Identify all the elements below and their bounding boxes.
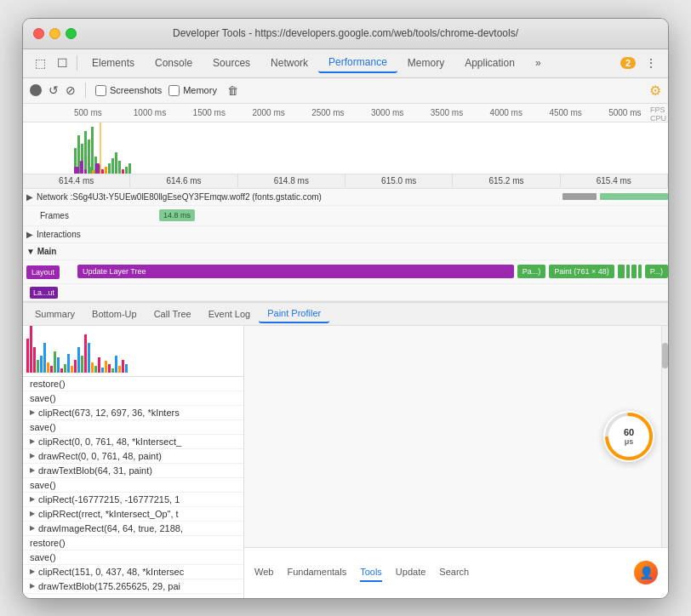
tab-memory[interactable]: Memory (397, 54, 454, 72)
tab-network[interactable]: Network (260, 54, 318, 72)
cpu-bar (88, 167, 91, 174)
small-paint-4[interactable] (638, 265, 642, 278)
tab-more[interactable]: » (525, 54, 551, 72)
cursor-icon[interactable]: ⬚ (30, 53, 50, 73)
frame-time: 14.8 ms (159, 209, 195, 221)
cmd-10[interactable]: drawImageRect(64, 64, true, 2188, (23, 522, 243, 536)
mini-bar (67, 354, 70, 373)
cmd-6[interactable]: drawTextBlob(64, 31, paint) (23, 464, 243, 478)
small-paint-3[interactable] (631, 265, 637, 278)
cmd-13[interactable]: clipRect(151, 0, 437, 48, *kIntersec (23, 565, 243, 579)
ruler-label-2: 1500 ms (193, 108, 253, 117)
screenshots-checkbox[interactable]: Screenshots (95, 85, 162, 96)
inspect-icon[interactable]: ☐ (52, 53, 72, 73)
browser-tab-search[interactable]: Search (439, 563, 469, 582)
settings-icon[interactable]: ⚙ (649, 83, 661, 99)
tab-paint-profiler[interactable]: Paint Profiler (259, 305, 329, 323)
browser-tab-update[interactable]: Update (396, 563, 425, 582)
tab-console[interactable]: Console (145, 54, 203, 72)
cmd-4[interactable]: clipRect(0, 0, 761, 48, *kIntersect_ (23, 435, 243, 449)
mini-bar (74, 360, 77, 373)
cpu-bars (74, 157, 668, 174)
nav-tabs: Elements Console Sources Network Perform… (82, 53, 619, 73)
paint-big-block[interactable]: Paint (761 × 48) (549, 265, 614, 278)
tab-summary[interactable]: Summary (26, 305, 83, 322)
flame-row-layout2: La...ut (23, 284, 668, 301)
user-avatar[interactable]: 👤 (634, 561, 658, 585)
cmd-3[interactable]: save() (23, 420, 243, 435)
minimize-button[interactable] (49, 28, 60, 39)
cmd-1[interactable]: save() (23, 391, 243, 406)
ruler-label-6: 3500 ms (431, 108, 490, 117)
paint-p-block[interactable]: P...) (645, 265, 668, 278)
scrollbar-thumb[interactable] (662, 343, 668, 368)
browser-tab-fundamentals[interactable]: Fundamentals (287, 563, 346, 582)
warning-badge: 2 (620, 57, 636, 69)
mini-bar (26, 339, 29, 373)
paint-pa-block[interactable]: Pa...) (517, 265, 546, 278)
tab-performance[interactable]: Performance (318, 53, 397, 73)
tab-event-log[interactable]: Event Log (200, 305, 260, 322)
layout-block[interactable]: Layout (26, 265, 60, 279)
interactions-row: ▶ Interactions (23, 226, 668, 243)
mini-bar (125, 364, 128, 373)
tab-bottom-up[interactable]: Bottom-Up (83, 305, 146, 322)
record-button[interactable] (30, 84, 42, 96)
tab-application[interactable]: Application (454, 54, 525, 72)
ruler-label-1: 1000 ms (134, 108, 193, 117)
trash-icon[interactable]: 🗑 (227, 84, 238, 97)
reload-icon[interactable]: ↺ (49, 83, 59, 97)
maximize-button[interactable] (66, 28, 77, 39)
devtools-window: Developer Tools - https://developers.goo… (22, 18, 669, 599)
browser-tab-tools[interactable]: Tools (360, 563, 382, 582)
cmd-2[interactable]: clipRect(673, 12, 697, 36, *kInters (23, 406, 243, 420)
update-layer-block[interactable]: Update Layer Tree (77, 265, 514, 278)
mini-bar (111, 368, 114, 373)
nav-toolbar: ⬚ ☐ Elements Console Sources Network Per… (23, 49, 668, 78)
browser-tab-web[interactable]: Web (254, 563, 273, 582)
cpu-bar (74, 167, 79, 174)
more-options-icon[interactable]: ⋮ (641, 53, 661, 73)
mini-bar (98, 357, 100, 373)
cmd-12[interactable]: save() (23, 550, 243, 565)
cpu-bar (84, 169, 87, 174)
small-paint-2[interactable] (626, 265, 630, 278)
memory-checkbox[interactable]: Memory (168, 85, 217, 96)
mini-bar (30, 326, 32, 373)
layout2[interactable]: La...ut (30, 287, 58, 299)
frames-row: Frames 14.8 ms (23, 206, 668, 226)
scrollbar-vertical[interactable] (661, 326, 668, 547)
tab-call-tree[interactable]: Call Tree (146, 305, 200, 322)
interactions-expand[interactable]: ▶ (26, 230, 33, 239)
expand-icon[interactable]: ▶ (26, 192, 33, 202)
mini-bar (57, 357, 60, 373)
mini-bar (88, 343, 90, 373)
cmd-5[interactable]: drawRect(0, 0, 761, 48, paint) (23, 449, 243, 464)
separator (77, 55, 77, 71)
timeline-charts[interactable] (23, 123, 668, 174)
network-text: Network :S6g4U3t-Y5UEw0lE80llgEseQY3FEmq… (37, 192, 322, 202)
mini-bar (94, 366, 97, 373)
mini-bar (40, 356, 43, 373)
cmd-0[interactable]: restore() (23, 377, 243, 391)
layout-label: Layout (23, 267, 74, 277)
memory-input[interactable] (168, 85, 180, 96)
clear-icon[interactable]: ⊘ (66, 83, 76, 97)
timer-circle: 60 μs (603, 411, 654, 462)
ts-5: 615.4 ms (561, 174, 668, 187)
mini-bar (84, 334, 87, 373)
cmd-14[interactable]: drawTextBlob(175.265625, 29, pai (23, 579, 243, 594)
command-list[interactable]: restore() save() clipRect(673, 12, 697, … (23, 377, 243, 598)
tab-sources[interactable]: Sources (203, 54, 260, 72)
cmd-7[interactable]: save() (23, 478, 243, 493)
small-paint-1[interactable] (618, 265, 625, 278)
cmd-8[interactable]: clipRect(-16777215, -16777215, 1 (23, 493, 243, 507)
close-button[interactable] (33, 28, 44, 39)
paint-canvas: 60 μs (244, 326, 661, 547)
titlebar: Developer Tools - https://developers.goo… (23, 19, 668, 49)
screenshots-input[interactable] (95, 85, 106, 96)
tab-elements[interactable]: Elements (82, 54, 145, 72)
cmd-11[interactable]: restore() (23, 536, 243, 550)
window-title: Developer Tools - https://developers.goo… (173, 27, 518, 39)
cmd-9[interactable]: clipRRect(rrect, *kIntersect_Op", t (23, 507, 243, 522)
